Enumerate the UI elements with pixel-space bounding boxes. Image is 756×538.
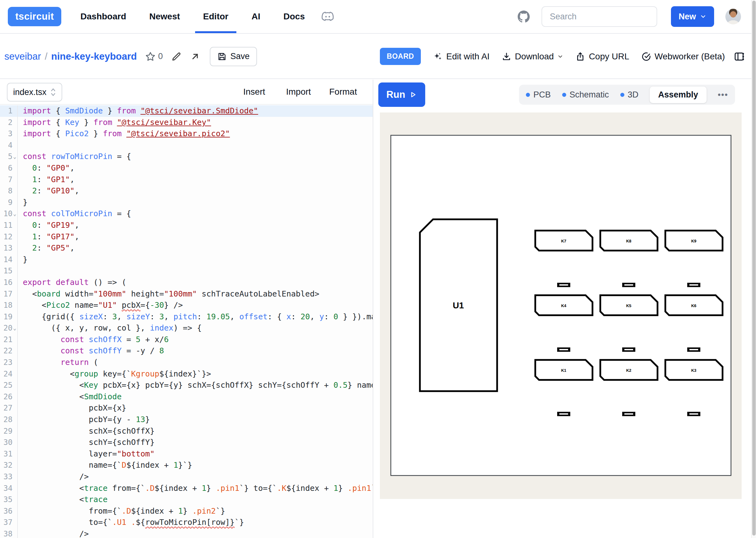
component-diode[interactable] xyxy=(557,283,570,287)
code-line[interactable]: 24 <group key={`Kgroup${index}`}> xyxy=(0,368,373,380)
format-button[interactable]: Format xyxy=(329,80,357,104)
code-line[interactable]: 14} xyxy=(0,254,373,266)
edit-with-ai-button[interactable]: Edit with AI xyxy=(433,52,490,62)
code-line[interactable]: 18 <Pico2 name="U1" pcbX={-30} /> xyxy=(0,299,373,311)
code-line[interactable]: 22 const schOffY = -y / 8 xyxy=(0,345,373,357)
code-line[interactable]: 29 schX={schOffX} xyxy=(0,425,373,437)
webworker-toggle[interactable]: Webworker (Beta) xyxy=(641,52,725,62)
code-line[interactable]: 35 <trace xyxy=(0,494,373,506)
component-key-k3[interactable]: K3 xyxy=(665,360,723,380)
rename-pencil-icon[interactable] xyxy=(171,51,182,62)
tab-schematic[interactable]: Schematic xyxy=(562,90,609,100)
tab-assembly[interactable]: Assembly xyxy=(650,86,707,103)
breadcrumb-project[interactable]: nine-key-keyboard xyxy=(51,51,137,62)
run-label: Run xyxy=(386,89,405,100)
star-icon[interactable] xyxy=(145,51,156,62)
tab-3d[interactable]: 3D xyxy=(620,90,639,100)
code-line[interactable]: 17 <board width="100mm" height="100mm" s… xyxy=(0,288,373,300)
open-external-icon[interactable] xyxy=(190,51,201,62)
new-button[interactable]: New xyxy=(671,6,714,27)
code-line[interactable]: 16export default () => ( xyxy=(0,277,373,288)
code-line[interactable]: 26 <SmdDiode xyxy=(0,391,373,403)
code-line[interactable]: 7 1: "GP1", xyxy=(0,174,373,186)
page-scrollbar[interactable] xyxy=(751,0,756,538)
assembly-canvas[interactable]: U1 K7 K8 K9 xyxy=(380,113,742,499)
component-key-k6[interactable]: K6 xyxy=(665,295,723,315)
download-button[interactable]: Download xyxy=(501,52,564,62)
code-line[interactable]: 20⌄ ({ x, y, row, col }, index) => { xyxy=(0,322,373,334)
code-line[interactable]: 32 name={`D${index + 1}`} xyxy=(0,459,373,471)
brand-logo[interactable]: tscircuit xyxy=(8,7,61,26)
component-key-k8[interactable]: K8 xyxy=(600,231,658,250)
code-line[interactable]: 28 pcbY={y - 13} xyxy=(0,414,373,425)
top-nav: tscircuit Dashboard Newest Editor AI Doc… xyxy=(0,0,756,34)
search-input[interactable] xyxy=(542,6,657,27)
code-line[interactable]: 31 layer="bottom" xyxy=(0,448,373,460)
component-key-k9[interactable]: K9 xyxy=(665,231,723,250)
key-label: K7 xyxy=(561,239,566,243)
code-line[interactable]: 37 to={`.U1 .${rowToMicroPin[row]}`} xyxy=(0,517,373,528)
code-area[interactable]: 1import { SmdDiode } from "@tsci/seveiba… xyxy=(0,105,373,538)
code-line[interactable]: 8 2: "GP10", xyxy=(0,185,373,197)
code-line[interactable]: 21 const schOffX = 5 + x/6 xyxy=(0,334,373,346)
code-line[interactable]: 19 {grid({ sizeX: 3, sizeY: 3, pitch: 19… xyxy=(0,311,373,323)
code-line[interactable]: 2import { Key } from "@tsci/seveibar.Key… xyxy=(0,117,373,129)
component-diode[interactable] xyxy=(687,283,700,287)
copy-url-button[interactable]: Copy URL xyxy=(575,52,629,62)
component-diode[interactable] xyxy=(622,348,635,352)
component-diode[interactable] xyxy=(557,348,570,352)
component-key-k1[interactable]: K1 xyxy=(535,360,593,380)
nav-item-newest[interactable]: Newest xyxy=(141,0,188,33)
code-line[interactable]: 12 1: "GP17", xyxy=(0,231,373,243)
download-label: Download xyxy=(515,52,554,62)
component-u1[interactable]: U1 xyxy=(420,219,497,391)
avatar[interactable] xyxy=(726,9,741,25)
component-key-k2[interactable]: K2 xyxy=(600,360,658,380)
save-button[interactable]: Save xyxy=(210,47,257,66)
tabs-more-button[interactable]: ••• xyxy=(718,90,728,100)
run-button[interactable]: Run xyxy=(378,82,425,107)
nav-item-docs[interactable]: Docs xyxy=(275,0,313,33)
breadcrumb-owner[interactable]: seveibar xyxy=(4,51,41,62)
code-line[interactable]: 38 /> xyxy=(0,528,373,538)
code-line[interactable]: 9} xyxy=(0,197,373,208)
component-diode[interactable] xyxy=(687,412,700,416)
scrollbar-thumb[interactable] xyxy=(752,1,756,535)
code-line[interactable]: 34 <trace from={`.D${index + 1} .pin1`} … xyxy=(0,483,373,494)
code-line[interactable]: 11 0: "GP19", xyxy=(0,220,373,231)
component-key-k4[interactable]: K4 xyxy=(535,295,593,315)
code-line[interactable]: 3import { Pico2 } from "@tsci/seveibar.p… xyxy=(0,128,373,140)
component-diode[interactable] xyxy=(557,412,570,416)
code-line[interactable]: 4 xyxy=(0,140,373,151)
file-select[interactable]: index.tsx xyxy=(7,83,62,102)
code-line[interactable]: 33 /> xyxy=(0,471,373,483)
panel-toggle-icon[interactable] xyxy=(733,51,745,62)
nav-item-dashboard[interactable]: Dashboard xyxy=(72,0,134,33)
code-line[interactable]: 1import { SmdDiode } from "@tsci/seveiba… xyxy=(0,105,373,117)
code-line[interactable]: 30 schY={schOffY} xyxy=(0,437,373,448)
discord-icon[interactable] xyxy=(321,10,334,24)
code-line[interactable]: 15 xyxy=(0,265,373,277)
code-line[interactable]: 13 2: "GP5", xyxy=(0,242,373,254)
nav-item-ai[interactable]: AI xyxy=(243,0,268,33)
code-line[interactable]: 6 0: "GP0", xyxy=(0,162,373,174)
component-key-k7[interactable]: K7 xyxy=(535,231,593,250)
code-line[interactable]: 23 return ( xyxy=(0,357,373,368)
insert-button[interactable]: Insert xyxy=(243,80,265,104)
code-line[interactable]: 36 from={`.D${index + 1} .pin2`} xyxy=(0,506,373,517)
component-diode[interactable] xyxy=(687,348,700,352)
code-line[interactable]: 25 <Key pcbX={x} pcbY={y} schX={schOffX}… xyxy=(0,380,373,391)
tab-pcb[interactable]: PCB xyxy=(526,90,551,100)
board-badge[interactable]: BOARD xyxy=(380,48,421,65)
nav-item-editor[interactable]: Editor xyxy=(195,0,237,33)
code-line[interactable]: 27 pcbX={x} xyxy=(0,403,373,414)
github-icon[interactable] xyxy=(516,9,531,24)
code-line[interactable]: 5⌄const rowToMicroPin = { xyxy=(0,151,373,162)
component-key-k5[interactable]: K5 xyxy=(600,295,658,315)
nav-right: New xyxy=(516,6,741,27)
component-diode[interactable] xyxy=(622,412,635,416)
component-diode[interactable] xyxy=(622,283,635,287)
import-button[interactable]: Import xyxy=(286,80,311,104)
code-line[interactable]: 10⌄const colToMicroPin = { xyxy=(0,208,373,220)
u1-label: U1 xyxy=(453,300,464,310)
